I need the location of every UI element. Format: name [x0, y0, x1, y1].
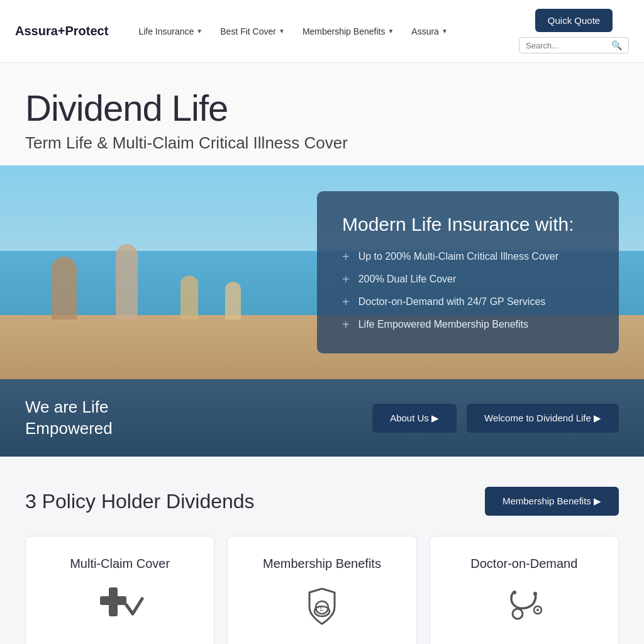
bottom-band: We are Life Empowered About Us ▶ Welcome…	[0, 379, 644, 457]
membership-benefits-button[interactable]: Membership Benefits ▶	[485, 487, 619, 516]
hero-text-section: Dividend Life Term Life & Multi-Claim Cr…	[0, 63, 644, 165]
doctor-icon	[499, 581, 549, 631]
card-description: 24/7 UK-based virtual GP consultations a…	[459, 641, 601, 644]
plus-icon: +	[342, 296, 350, 308]
dividends-header: 3 Policy Holder Dividends Membership Ben…	[25, 487, 619, 516]
card-doctor: Doctor-on-Demand + 24/7 UK-based vi	[430, 536, 619, 644]
band-buttons: About Us ▶ Welcome to Dividend Life ▶	[372, 404, 619, 433]
nav-assura[interactable]: Assura ▼	[404, 21, 455, 42]
logo: Assura+Protect	[15, 24, 108, 38]
search-bar[interactable]: 🔍	[519, 37, 629, 53]
plus-icon: +	[342, 273, 350, 286]
dividends-title: 3 Policy Holder Dividends	[25, 490, 255, 513]
header-right: Quick Quote 🔍	[519, 9, 629, 53]
plus-icon: +	[342, 250, 350, 263]
list-item: + Life Empowered Membership Benefits	[342, 318, 594, 331]
overlay-title: Modern Life Insurance with:	[342, 214, 594, 235]
card-multi-claim: Multi-Claim Cover Up to 200% Critical Il…	[25, 536, 214, 644]
nav-best-fit-cover[interactable]: Best Fit Cover ▼	[213, 21, 292, 42]
card-title: Multi-Claim Cover	[70, 557, 170, 571]
nav-life-insurance[interactable]: Life Insurance ▼	[131, 21, 210, 42]
life-empowered-tagline: We are Life Empowered	[25, 397, 113, 440]
nav-membership-benefits[interactable]: Membership Benefits ▼	[295, 21, 401, 42]
card-description: Up to 200% Critical Illness Cover	[55, 641, 184, 644]
card-membership: Membership Benefits £ + Annabel Rewards …	[227, 536, 416, 644]
chevron-down-icon: ▼	[196, 28, 203, 35]
svg-point-5	[513, 591, 516, 594]
person-silhouette-2	[116, 244, 138, 319]
chevron-down-icon: ▼	[387, 28, 394, 35]
welcome-dividend-life-button[interactable]: Welcome to Dividend Life ▶	[467, 404, 619, 433]
multi-claim-icon	[95, 581, 145, 631]
membership-icon: £	[297, 581, 347, 631]
svg-point-9	[536, 609, 539, 611]
svg-text:£: £	[319, 604, 323, 613]
header: Assura+Protect Life Insurance ▼ Best Fit…	[0, 0, 644, 63]
cards-row: Multi-Claim Cover Up to 200% Critical Il…	[25, 536, 619, 644]
overlay-list: + Up to 200% Multi-Claim Critical Illnes…	[342, 250, 594, 331]
main-nav: Life Insurance ▼ Best Fit Cover ▼ Member…	[131, 21, 519, 42]
hero-subtitle: Term Life & Multi-Claim Critical Illness…	[25, 133, 619, 153]
hero-image-section: Modern Life Insurance with: + Up to 200%…	[0, 165, 644, 379]
card-description: Annabel Rewards with 300 Retail Partners…	[257, 641, 399, 644]
svg-point-7	[513, 609, 523, 619]
search-input[interactable]	[526, 41, 608, 50]
chevron-down-icon: ▼	[441, 28, 448, 35]
chevron-down-icon: ▼	[279, 28, 285, 35]
list-item: + Up to 200% Multi-Claim Critical Illnes…	[342, 250, 594, 263]
list-item: + Doctor-on-Demand with 24/7 GP Services	[342, 296, 594, 308]
overlay-card: Modern Life Insurance with: + Up to 200%…	[317, 191, 619, 353]
person-silhouette-1	[52, 257, 77, 319]
plus-icon: +	[342, 318, 350, 331]
search-icon: 🔍	[611, 40, 622, 50]
quick-quote-button[interactable]: Quick Quote	[535, 9, 613, 32]
card-title: Membership Benefits	[263, 557, 381, 571]
about-us-button[interactable]: About Us ▶	[372, 404, 457, 433]
card-title: Doctor-on-Demand	[470, 557, 577, 571]
dividends-section: 3 Policy Holder Dividends Membership Ben…	[0, 457, 644, 644]
hero-title: Dividend Life	[25, 88, 619, 128]
list-item: + 200% Dual Life Cover	[342, 273, 594, 286]
svg-point-6	[533, 592, 537, 596]
plus-icon: +	[448, 641, 455, 644]
plus-icon: +	[245, 641, 252, 644]
person-silhouette-4	[225, 282, 241, 319]
svg-rect-1	[100, 596, 126, 605]
person-silhouette-3	[180, 275, 198, 319]
